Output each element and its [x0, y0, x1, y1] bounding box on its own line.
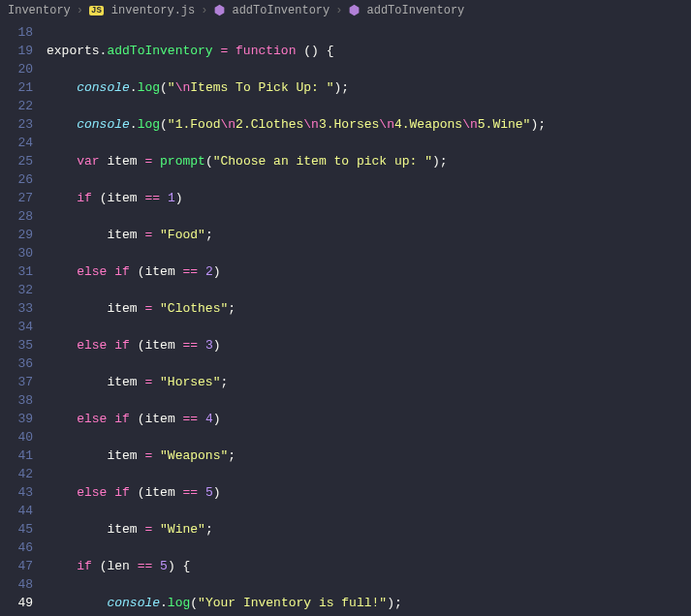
code-editor[interactable]: 1819202122232425262728293031323334353637…: [0, 21, 691, 616]
line-number: 32: [0, 281, 33, 299]
line-number: 20: [0, 60, 33, 78]
line-number: 42: [0, 465, 33, 483]
crumb-symbol[interactable]: addToInventory: [366, 4, 464, 17]
line-number: 18: [0, 23, 33, 42]
method-icon: [348, 4, 361, 17]
line-number: 31: [0, 262, 33, 281]
line-number: 37: [0, 373, 33, 391]
line-number: 43: [0, 483, 33, 502]
line-number: 45: [0, 520, 33, 539]
line-number: 34: [0, 318, 33, 336]
crumb-symbol[interactable]: addToInventory: [232, 4, 330, 17]
line-number: 46: [0, 539, 33, 557]
line-number: 35: [0, 336, 33, 354]
chevron-right-icon: ›: [335, 4, 342, 17]
line-number: 24: [0, 134, 33, 152]
line-number: 22: [0, 97, 33, 115]
line-number: 49: [0, 594, 33, 612]
line-number: 47: [0, 557, 33, 575]
line-number: 39: [0, 410, 33, 428]
line-number: 29: [0, 226, 33, 244]
line-number: 28: [0, 207, 33, 226]
crumb-file[interactable]: inventory.js: [111, 4, 195, 17]
line-number: 25: [0, 152, 33, 170]
chevron-right-icon: ›: [201, 4, 207, 17]
line-number: 41: [0, 447, 33, 465]
line-number: 48: [0, 575, 33, 594]
js-file-icon: JS: [89, 6, 104, 15]
line-number: 30: [0, 244, 33, 262]
line-number: 44: [0, 502, 33, 520]
chevron-right-icon: ›: [77, 4, 83, 17]
line-number: 40: [0, 428, 33, 447]
line-number-gutter: 1819202122232425262728293031323334353637…: [0, 21, 47, 616]
crumb-folder[interactable]: Inventory: [8, 4, 71, 17]
line-number: 27: [0, 189, 33, 207]
line-number: 21: [0, 78, 33, 97]
line-number: 23: [0, 115, 33, 134]
method-icon: [213, 4, 226, 17]
code-area[interactable]: exports.addToInventory = function () { c…: [47, 21, 691, 616]
line-number: 36: [0, 354, 33, 373]
line-number: 38: [0, 391, 33, 410]
line-number: 26: [0, 170, 33, 189]
line-number: 19: [0, 42, 33, 60]
line-number: 33: [0, 299, 33, 318]
breadcrumb: Inventory › JS inventory.js › addToInven…: [0, 0, 691, 21]
